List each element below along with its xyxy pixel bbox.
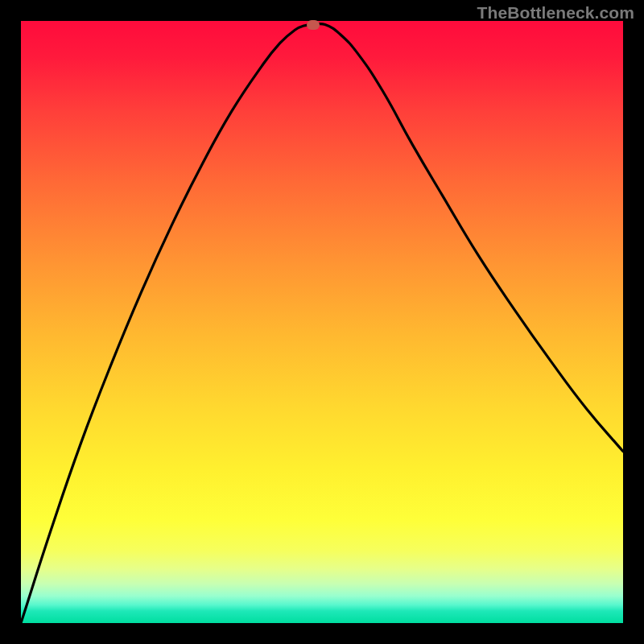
plot-area — [21, 21, 623, 623]
optimal-point-marker — [307, 20, 320, 30]
bottleneck-curve — [21, 21, 623, 623]
watermark-text: TheBottleneck.com — [477, 3, 634, 23]
chart-frame: TheBottleneck.com — [0, 0, 644, 644]
